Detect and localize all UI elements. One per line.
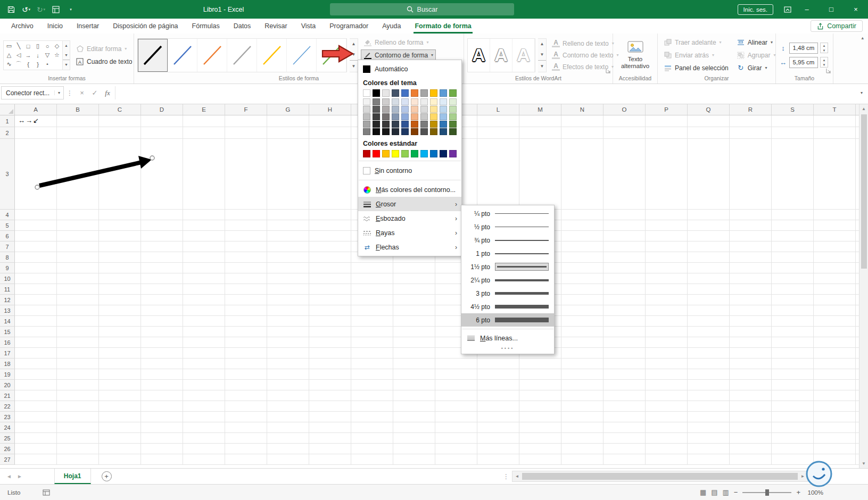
row-header-5[interactable]: 5 [0, 220, 15, 231]
tab-disposición-de-página[interactable]: Disposición de página [106, 19, 185, 34]
wordart-style-tile[interactable]: A [468, 39, 490, 72]
name-box[interactable]: Conector rect... ▾ [1, 86, 64, 99]
line-style-tile[interactable] [197, 39, 227, 72]
row-header-14[interactable]: 14 [0, 316, 15, 327]
theme-variant-swatch[interactable] [363, 121, 370, 128]
prev-sheet-icon[interactable]: ◄ [6, 473, 12, 479]
theme-variant-swatch[interactable] [382, 98, 390, 105]
grid-cells-row-23[interactable] [15, 412, 859, 422]
shape-height-input[interactable] [789, 43, 818, 54]
column-header-h[interactable]: H [309, 104, 351, 115]
tab-ayuda[interactable]: Ayuda [375, 19, 408, 34]
shapes-scroll-down-icon[interactable]: ▼ [63, 50, 70, 60]
theme-variant-swatch[interactable] [392, 128, 399, 135]
grid-cells-row-13[interactable] [15, 305, 859, 316]
normal-view-icon[interactable]: ▦ [700, 488, 706, 496]
theme-variant-swatch[interactable] [401, 98, 409, 105]
close-button[interactable]: × [844, 0, 868, 19]
standard-color-swatch[interactable] [363, 150, 370, 157]
grid-cells-row-9[interactable] [15, 263, 859, 273]
horizontal-scroll-thumb[interactable] [522, 473, 798, 480]
grid-cells-row-25[interactable] [15, 433, 859, 444]
weight-option[interactable]: 6 pto [461, 313, 554, 327]
send-backward-button[interactable]: Enviar atrás ▾ [661, 49, 731, 61]
row-header-16[interactable]: 16 [0, 337, 15, 348]
theme-variant-swatch[interactable] [440, 98, 447, 105]
weight-option[interactable]: 1 pto [461, 247, 554, 260]
grid-cells-row-20[interactable] [15, 380, 859, 390]
row-header-11[interactable]: 11 [0, 284, 15, 295]
theme-variant-swatch[interactable] [363, 128, 370, 135]
theme-variant-swatch[interactable] [430, 113, 437, 120]
zoom-slider[interactable] [742, 492, 791, 493]
row-header-9[interactable]: 9 [0, 263, 15, 273]
theme-variant-swatch[interactable] [401, 106, 409, 113]
row-header-3[interactable]: 3 [0, 139, 15, 210]
tab-revisar[interactable]: Revisar [258, 19, 294, 34]
submenu-grip[interactable]: •••• [461, 345, 554, 352]
shape-icon[interactable]: ○ [43, 42, 52, 51]
tab-datos[interactable]: Datos [227, 19, 258, 34]
row-header-1[interactable]: 1 [0, 115, 15, 127]
weight-option[interactable]: 4½ pto [461, 300, 554, 313]
grid-cells-row-14[interactable] [15, 316, 859, 327]
row-header-24[interactable]: 24 [0, 422, 15, 433]
theme-color-swatch[interactable] [449, 89, 457, 97]
shape-icon[interactable]: ◁ [14, 51, 23, 60]
tab-archivo[interactable]: Archivo [4, 19, 40, 34]
theme-color-swatch[interactable] [373, 89, 380, 97]
width-stepper[interactable]: ▲▼ [820, 57, 828, 68]
line-style-tile[interactable] [138, 39, 168, 72]
theme-variant-swatch[interactable] [420, 121, 428, 128]
column-header-q[interactable]: Q [688, 104, 730, 115]
menu-item-weight[interactable]: Grosor › [358, 197, 461, 211]
standard-color-swatch[interactable] [420, 150, 428, 157]
grid-cells-row-22[interactable] [15, 401, 859, 412]
zoom-slider-thumb[interactable] [765, 489, 769, 496]
shapes-scroll-up-icon[interactable]: ▲ [63, 41, 70, 51]
text-box-button[interactable]: A Cuadro de texto [73, 56, 135, 68]
standard-color-swatch[interactable] [373, 150, 380, 157]
theme-variant-swatch[interactable] [420, 106, 428, 113]
theme-variant-swatch[interactable] [449, 106, 457, 113]
weight-option[interactable]: ¼ pto [461, 207, 554, 220]
grid-cells-row-17[interactable] [15, 348, 859, 359]
column-header-p[interactable]: P [646, 104, 688, 115]
theme-variant-swatch[interactable] [449, 121, 457, 128]
sign-in-button[interactable]: Inic. ses. [738, 4, 773, 15]
next-sheet-icon[interactable]: ► [17, 473, 22, 479]
standard-color-swatch[interactable] [392, 150, 399, 157]
theme-variant-swatch[interactable] [411, 113, 418, 120]
grid-cells-row-15[interactable] [15, 327, 859, 337]
wordart-style-tile[interactable]: A [490, 39, 512, 72]
row-header-21[interactable]: 21 [0, 390, 15, 401]
minimize-button[interactable]: – [795, 0, 819, 19]
column-header-a[interactable]: A [15, 104, 57, 115]
standard-color-swatch[interactable] [449, 150, 457, 157]
grid-cells-row-19[interactable] [15, 369, 859, 380]
column-header-r[interactable]: R [730, 104, 772, 115]
theme-variant-swatch[interactable] [363, 98, 370, 105]
theme-variant-swatch[interactable] [440, 128, 447, 135]
sheet-tab-hoja1[interactable]: Hoja1 [54, 469, 91, 484]
menu-item-no-outline[interactable]: Sin contorno [358, 163, 461, 178]
height-stepper[interactable]: ▲▼ [820, 43, 828, 53]
theme-variant-swatch[interactable] [392, 106, 399, 113]
shape-icon[interactable]: ▽ [43, 51, 52, 60]
theme-variant-swatch[interactable] [411, 121, 418, 128]
shape-icon[interactable]: } [34, 60, 42, 69]
wordart-style-tile[interactable]: A [512, 39, 535, 72]
zoom-out-icon[interactable]: − [734, 488, 738, 496]
row-header-6[interactable]: 6 [0, 231, 15, 241]
dialog-launcher-icon[interactable] [606, 68, 611, 73]
theme-variant-swatch[interactable] [440, 113, 447, 120]
standard-color-swatch[interactable] [401, 150, 409, 157]
column-header-c[interactable]: C [99, 104, 141, 115]
ribbon-display-options-button[interactable] [781, 2, 795, 17]
row-header-12[interactable]: 12 [0, 295, 15, 305]
column-header-g[interactable]: G [267, 104, 309, 115]
row-header-2[interactable]: 2 [0, 127, 15, 139]
row-header-19[interactable]: 19 [0, 369, 15, 380]
theme-variant-swatch[interactable] [373, 106, 380, 113]
tab-formato-de-forma[interactable]: Formato de forma [408, 19, 478, 34]
